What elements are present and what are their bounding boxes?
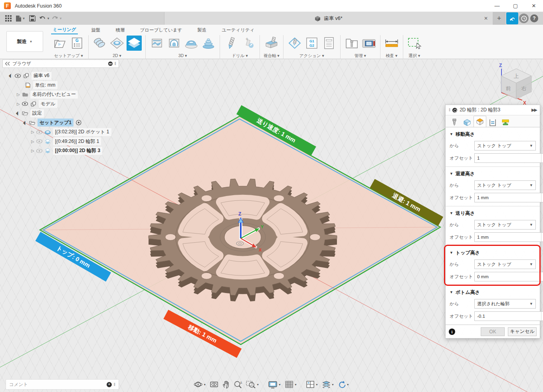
bottom-offset-input[interactable] [475, 312, 541, 321]
comment-resize-handle[interactable]: ‖ [114, 382, 115, 387]
section-header[interactable]: ▼退避高さ [450, 170, 536, 178]
clearance-offset-input[interactable] [475, 154, 541, 162]
viewcube-right-label[interactable]: 右 [521, 85, 527, 91]
bottom-from-select[interactable]: 選択された輪郭▼ [474, 299, 536, 309]
expand-icon[interactable]: ◣ [16, 111, 21, 116]
close-button[interactable]: ✕ [525, 0, 543, 12]
comment-bar[interactable]: コメント + ‖ [6, 379, 119, 390]
file-menu-icon[interactable]: ▼ [15, 13, 26, 24]
tab-linking[interactable] [499, 117, 512, 127]
activate-icon[interactable] [75, 120, 82, 125]
tab-heights[interactable] [474, 116, 486, 127]
setup-gcode-icon[interactable]: G [69, 36, 85, 51]
job-status-button[interactable] [506, 12, 518, 24]
group-drill-label[interactable]: ドリル ▾ [232, 53, 248, 59]
top-offset-input[interactable] [475, 272, 541, 281]
drill-icon[interactable] [224, 36, 239, 51]
viewcube-front-label[interactable]: 前 [506, 85, 511, 91]
group-manage-label[interactable]: 管理 ▾ [355, 53, 366, 59]
app-grid-icon[interactable] [3, 13, 14, 24]
expand-icon[interactable]: ◣ [8, 73, 14, 78]
tab-probing[interactable]: プローブしています [139, 26, 184, 34]
tree-item-settings[interactable]: ◣ 設定 [2, 109, 119, 118]
tree-item-units[interactable]: 単位: mm [2, 81, 119, 90]
dialog-header[interactable]: ‖ 2D 輪郭 : 2D 輪郭3 ▶▶ [446, 105, 540, 115]
machine-library-icon[interactable] [361, 36, 377, 51]
look-at-button[interactable] [208, 380, 220, 389]
cancel-button[interactable]: キャンセル [508, 327, 537, 336]
3d-parallel-icon[interactable] [184, 36, 199, 51]
spinner-buttons[interactable]: ▲▼ [541, 233, 543, 242]
visual-style-button[interactable]: ▼ [321, 380, 335, 389]
tab-utilities[interactable]: ユーティリティ [220, 26, 256, 34]
tab-turning[interactable]: 旋盤 [90, 26, 102, 34]
tree-item-2d-contour1[interactable]: ▷ [(0:49:26)] 2D 輪郭 1 [2, 137, 119, 147]
setup-sheet-icon[interactable] [321, 36, 337, 51]
group-multiaxis-label[interactable]: 複合軸 ▾ [264, 53, 279, 59]
view-cube[interactable]: 上 前 右 Z X [499, 63, 531, 106]
clearance-from-select[interactable]: ストック トップ▼ [474, 141, 536, 150]
zoom-button[interactable]: ± [232, 380, 244, 389]
eye-disabled-icon[interactable] [36, 130, 43, 134]
refresh-button[interactable]: ▼ [337, 380, 351, 389]
workspace-selector[interactable]: 製造▼ [6, 31, 43, 52]
section-header[interactable]: ▼トップ高さ [450, 249, 536, 257]
eye-icon[interactable] [22, 102, 28, 106]
eye-icon[interactable] [15, 74, 21, 78]
zoom-window-button[interactable]: ▼ [245, 380, 260, 389]
spinner-buttons[interactable]: ▲▼ [541, 272, 543, 281]
retract-offset-input[interactable] [475, 193, 541, 202]
tree-item-model[interactable]: ▷ モデル [2, 99, 119, 109]
group-3d-label[interactable]: 3D ▾ [178, 53, 187, 58]
tab-fabrication[interactable]: 製造 [196, 26, 208, 34]
spinner-buttons[interactable]: ▲▼ [541, 154, 543, 162]
3d-adaptive-icon[interactable] [149, 36, 164, 51]
dialog-expand-icon[interactable]: ▶▶ [531, 107, 537, 113]
new-tab-button[interactable]: + [493, 12, 505, 25]
3d-spiral-icon[interactable] [201, 36, 216, 51]
redo-icon[interactable]: ▼ [52, 13, 62, 24]
top-from-select[interactable]: ストック トップ▼ [474, 259, 536, 269]
tab-passes[interactable] [486, 117, 499, 127]
3d-pocket-icon[interactable] [166, 36, 182, 51]
tab-milling[interactable]: ミーリング [51, 26, 78, 34]
browser-header[interactable]: ブラウザ ‖ [2, 59, 119, 68]
spinner-buttons[interactable]: ▲▼ [541, 312, 543, 321]
eye-disabled-icon[interactable] [36, 149, 43, 153]
tab-tool[interactable] [448, 117, 461, 127]
eye-disabled-icon[interactable] [36, 139, 43, 143]
minimize-button[interactable]: — [488, 0, 506, 12]
tree-item-root[interactable]: ◣ 歯車 v6 [2, 71, 119, 81]
2d-adaptive-icon[interactable] [92, 36, 107, 51]
tool-library-icon[interactable] [344, 36, 359, 51]
grid-snaps-button[interactable]: ▼ [283, 380, 298, 389]
collapsed-icon[interactable]: ▷ [17, 102, 20, 106]
help-button[interactable]: ? [530, 14, 538, 22]
expand-icon[interactable]: ◣ [23, 120, 28, 125]
viewports-button[interactable]: ▼ [305, 380, 319, 389]
undo-icon[interactable]: ▼ [39, 13, 50, 24]
select-icon[interactable] [407, 36, 422, 51]
2d-pocket-icon[interactable] [109, 36, 125, 51]
group-actions-label[interactable]: アクション ▾ [299, 53, 324, 59]
ok-button[interactable]: OK [481, 327, 505, 336]
viewport-canvas[interactable]: 送り速度: 1 mm 退避: 1 mm トップ: 0 mm 移動: 1 mm [0, 59, 543, 392]
section-header[interactable]: ▼ボトム高さ [450, 288, 536, 296]
pan-button[interactable] [221, 380, 231, 389]
section-header[interactable]: ▼移動高さ [450, 130, 536, 138]
tree-item-2d-contour3[interactable]: ▷ [(0:00:00)] 2D 輪郭 3 [2, 146, 119, 156]
comment-add-icon[interactable]: + [107, 382, 112, 387]
viewcube-top-label[interactable]: 上 [514, 73, 519, 79]
collapse-panel-icon[interactable] [5, 62, 10, 65]
collapsed-icon[interactable]: ▷ [31, 139, 34, 144]
group-setup-label[interactable]: セットアップ ▾ [54, 53, 83, 59]
collapsed-icon[interactable]: ▷ [17, 92, 20, 97]
tab-additive[interactable]: 積層 [114, 26, 127, 34]
tab-geometry[interactable] [461, 117, 474, 127]
tree-item-2d-pocket1[interactable]: ▷ [(3:02:28)] 2D ポケット 1 [2, 127, 119, 137]
panel-options-icon[interactable] [108, 61, 113, 66]
new-hole-icon[interactable]: + [241, 36, 256, 51]
document-tab[interactable]: 歯車 v6* ✕ [164, 12, 493, 25]
retract-from-select[interactable]: ストック トップ▼ [474, 180, 536, 190]
multi-axis-icon[interactable] [264, 36, 279, 51]
